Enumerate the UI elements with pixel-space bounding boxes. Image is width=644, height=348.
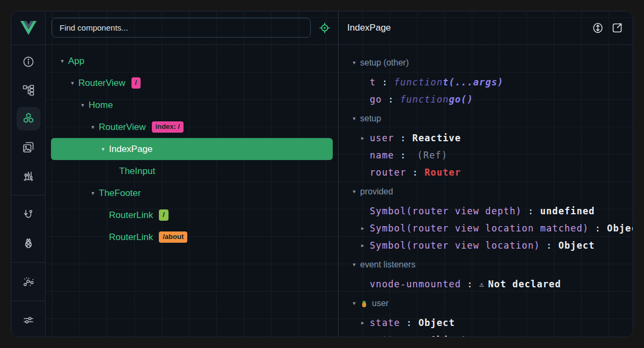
tree-row[interactable]: ▼RouterView/ xyxy=(51,72,333,94)
tree-row[interactable]: ▼Home xyxy=(51,94,333,116)
expand-arrow-icon[interactable]: ▶ xyxy=(361,135,370,141)
state-header-icons xyxy=(591,21,624,35)
collapse-arrow-icon: ▼ xyxy=(349,189,359,194)
state-value: go() xyxy=(449,94,473,105)
state-value: Reactive xyxy=(412,133,461,143)
state-value: Object xyxy=(558,240,595,251)
collapse-arrow-icon: ▼ xyxy=(349,116,359,121)
open-in-editor-button[interactable] xyxy=(610,21,624,35)
component-name: RouterView xyxy=(99,122,146,133)
components-icon xyxy=(22,112,35,125)
sidebar-item-assets[interactable] xyxy=(17,164,40,187)
section-label: event listeners xyxy=(360,260,415,270)
state-key: state xyxy=(370,317,400,328)
collapse-arrow-icon[interactable]: ▼ xyxy=(57,59,67,64)
sidebar-item-graph[interactable] xyxy=(17,270,40,293)
sidebar-item-pages[interactable] xyxy=(17,135,40,159)
state-row[interactable]: vnode-unmounted : ⚠Not declared xyxy=(345,276,633,293)
collapse-arrow-icon: ▼ xyxy=(349,262,359,267)
collapse-arrow-icon: ▼ xyxy=(349,301,359,306)
expand-arrow-icon[interactable]: ▶ xyxy=(361,226,370,231)
tree-row[interactable]: ▼RouterViewindex: / xyxy=(51,116,333,138)
vue-logo[interactable] xyxy=(11,11,46,45)
tree-row[interactable]: ▼IndexPage xyxy=(51,138,333,160)
collapse-arrow-icon[interactable]: ▼ xyxy=(98,147,108,152)
tree-row[interactable]: ▼App xyxy=(51,50,333,72)
state-header: IndexPage xyxy=(339,11,633,45)
route-badge: / xyxy=(131,77,141,89)
collapse-arrow-icon[interactable]: ▼ xyxy=(78,103,87,108)
state-row[interactable]: ▶Symbol(router view location matched) : … xyxy=(345,220,633,237)
pages-icon xyxy=(22,141,35,154)
tree-row[interactable]: RouterLink/about xyxy=(51,226,333,248)
state-key: router xyxy=(370,167,406,178)
colon: : xyxy=(394,133,412,143)
sidebar-item-pinia[interactable] xyxy=(17,231,40,255)
component-name: App xyxy=(68,56,84,67)
state-row[interactable]: Symbol(router view depth) : undefined xyxy=(345,202,633,220)
state-section-header[interactable]: ▼provided xyxy=(345,181,633,202)
sidebar-item-components[interactable] xyxy=(17,107,40,130)
state-key: user xyxy=(370,133,394,143)
state-value: Not declared xyxy=(488,279,561,289)
scroll-to-component-button[interactable] xyxy=(591,21,605,35)
state-section-header[interactable]: ▼setup xyxy=(345,108,633,129)
pinia-icon xyxy=(22,236,35,249)
collapse-arrow-icon[interactable]: ▼ xyxy=(88,125,98,130)
route-badge: index: / xyxy=(152,121,184,133)
section-label: provided xyxy=(360,187,393,197)
sidebar-item-hierarchy[interactable] xyxy=(17,78,40,102)
sidebar xyxy=(11,11,46,337)
state-row[interactable]: name : (Ref) xyxy=(345,147,633,164)
sidebar-divider xyxy=(11,301,46,301)
tree-header xyxy=(46,11,338,45)
select-component-button[interactable] xyxy=(311,21,338,34)
state-panel: IndexPage ▼setup (other)t : function t(.… xyxy=(339,11,633,337)
tree-row[interactable]: RouterLink/ xyxy=(51,204,333,226)
section-label: user xyxy=(372,299,389,308)
component-tree-panel: ▼App▼RouterView/▼Home▼RouterViewindex: /… xyxy=(46,11,339,337)
state-row[interactable]: ▶user : Reactive xyxy=(345,129,633,147)
sidebar-item-info[interactable] xyxy=(17,50,40,74)
search-input[interactable] xyxy=(52,18,311,38)
collapse-arrow-icon[interactable]: ▼ xyxy=(68,81,77,86)
state-row[interactable]: go : function go() xyxy=(345,91,633,108)
collapse-arrow-icon[interactable]: ▼ xyxy=(88,191,98,196)
pinia-store-badge xyxy=(360,300,368,308)
assets-inspector-icon xyxy=(22,169,35,182)
expand-arrow-icon[interactable]: ▶ xyxy=(361,243,370,248)
route-badge: /about xyxy=(159,231,187,243)
state-value: undefined xyxy=(540,206,595,216)
info-icon xyxy=(22,55,35,68)
state-key: t xyxy=(370,77,376,88)
sidebar-item-router[interactable] xyxy=(17,202,40,226)
state-row[interactable]: t : function t(...args) xyxy=(345,74,633,91)
sidebar-item-settings[interactable] xyxy=(17,308,40,332)
state-value: t(...args) xyxy=(443,77,503,88)
colon: : xyxy=(394,150,412,161)
state-inspector: ▼setup (other)t : function t(...args)go … xyxy=(339,45,633,337)
state-value: Object xyxy=(430,335,467,337)
tree-row[interactable]: TheInput xyxy=(51,160,333,182)
selected-component-title: IndexPage xyxy=(347,23,391,33)
colon: : xyxy=(522,206,540,216)
state-row[interactable]: ▶state : Object xyxy=(345,314,633,331)
state-section-header[interactable]: ▼setup (other) xyxy=(345,52,633,74)
sidebar-nav xyxy=(11,45,46,337)
state-section-header[interactable]: ▼event listeners xyxy=(345,254,633,276)
colon: : xyxy=(406,167,425,178)
state-row[interactable]: ▶getters : Object xyxy=(345,331,633,337)
expand-arrow-icon[interactable]: ▶ xyxy=(361,320,370,325)
state-row[interactable]: ▶Symbol(router view location) : Object xyxy=(345,237,633,254)
state-value: (Ref) xyxy=(417,150,448,161)
tree-row[interactable]: ▼TheFooter xyxy=(51,182,333,204)
sidebar-divider xyxy=(11,195,46,195)
component-name: IndexPage xyxy=(109,144,152,155)
colon: : xyxy=(400,317,419,328)
state-section-header[interactable]: ▼user xyxy=(345,293,633,314)
colon: : xyxy=(376,77,394,88)
router-icon xyxy=(22,208,35,221)
state-row[interactable]: router : Router xyxy=(345,164,633,181)
state-value: function xyxy=(400,94,449,105)
state-value: function xyxy=(394,77,443,88)
